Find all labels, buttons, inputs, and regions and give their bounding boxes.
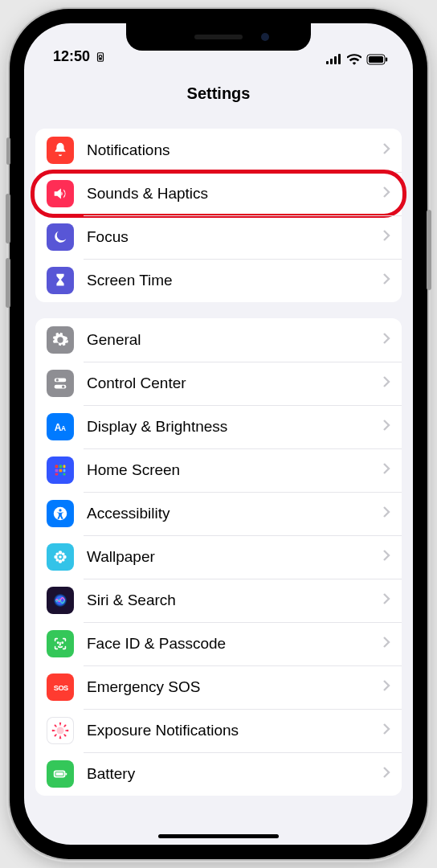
svg-point-31 — [56, 553, 59, 556]
svg-rect-19 — [59, 469, 63, 473]
aa-icon: AA — [47, 413, 74, 440]
cellular-icon — [326, 54, 342, 65]
row-battery[interactable]: Battery — [35, 752, 402, 796]
row-label: Sounds & Haptics — [87, 185, 370, 203]
svg-rect-57 — [65, 773, 67, 776]
power-button[interactable] — [427, 210, 431, 290]
svg-rect-7 — [369, 56, 383, 63]
row-notifications[interactable]: Notifications — [35, 129, 402, 172]
speaker-icon — [47, 180, 74, 207]
svg-point-33 — [56, 559, 59, 562]
row-label: Display & Brightness — [87, 418, 370, 436]
svg-rect-15 — [55, 465, 59, 469]
svg-rect-3 — [330, 59, 333, 64]
chevron-right-icon — [382, 766, 390, 782]
row-label: Siri & Search — [87, 592, 370, 609]
chevron-right-icon — [382, 462, 390, 478]
svg-rect-8 — [386, 58, 387, 62]
grid-icon — [47, 457, 74, 484]
svg-rect-5 — [338, 54, 341, 64]
row-screen-time[interactable]: Screen Time — [35, 259, 402, 302]
mute-switch[interactable] — [6, 137, 10, 165]
bell-icon — [47, 137, 74, 164]
svg-rect-22 — [59, 473, 63, 476]
svg-rect-20 — [63, 469, 66, 473]
row-label: Control Center — [87, 375, 370, 392]
row-label: Wallpaper — [87, 548, 370, 566]
svg-rect-17 — [63, 465, 66, 469]
row-label: Notifications — [87, 141, 370, 159]
battery-status-icon — [366, 54, 389, 65]
page-title: Settings — [24, 65, 413, 113]
chevron-right-icon — [382, 142, 390, 158]
chevron-right-icon — [382, 229, 390, 245]
row-face-id-passcode[interactable]: Face ID & Passcode — [35, 622, 402, 665]
chevron-right-icon — [382, 186, 390, 202]
row-siri-search[interactable]: Siri & Search — [35, 579, 402, 622]
svg-rect-0 — [98, 52, 104, 61]
svg-point-27 — [59, 551, 62, 554]
chevron-right-icon — [382, 332, 390, 348]
svg-point-10 — [56, 379, 59, 381]
svg-point-37 — [62, 642, 63, 643]
wifi-icon — [347, 54, 361, 65]
battery-icon — [47, 760, 74, 788]
svg-point-52 — [54, 724, 55, 726]
row-label: Focus — [87, 228, 370, 246]
notch — [126, 23, 311, 51]
chevron-right-icon — [382, 723, 390, 739]
volume-down-button[interactable] — [6, 258, 10, 308]
volume-up-button[interactable] — [6, 194, 10, 244]
row-sounds-haptics[interactable]: Sounds & Haptics — [35, 172, 402, 215]
svg-rect-18 — [55, 469, 59, 473]
status-time: 12:50 — [53, 48, 90, 65]
row-label: Exposure Notifications — [87, 722, 370, 739]
face-icon — [47, 630, 74, 657]
row-accessibility[interactable]: Accessibility — [35, 492, 402, 535]
svg-point-39 — [56, 727, 63, 734]
svg-rect-2 — [326, 61, 329, 64]
svg-point-12 — [62, 385, 64, 387]
svg-rect-58 — [56, 772, 63, 776]
chevron-right-icon — [382, 272, 390, 289]
screen: 12:50 Settings — [24, 23, 413, 845]
person-icon — [47, 500, 74, 527]
svg-rect-1 — [99, 57, 102, 59]
chevron-right-icon — [382, 679, 390, 695]
hourglass-icon — [47, 267, 74, 294]
svg-point-29 — [54, 555, 57, 559]
svg-point-34 — [62, 559, 65, 562]
svg-point-30 — [63, 555, 66, 559]
home-indicator[interactable] — [158, 834, 279, 838]
svg-point-48 — [59, 723, 61, 724]
row-general[interactable]: General — [35, 318, 402, 362]
row-focus[interactable]: Focus — [35, 215, 402, 259]
svg-point-55 — [64, 735, 66, 736]
siri-icon — [47, 587, 74, 614]
settings-group-2: General Control Center AA Display & Brig… — [35, 318, 402, 796]
chevron-right-icon — [382, 506, 390, 522]
svg-rect-23 — [63, 473, 66, 476]
sos-icon: SOS — [47, 674, 74, 701]
flower-icon — [47, 543, 74, 571]
row-display-brightness[interactable]: AA Display & Brightness — [35, 405, 402, 448]
settings-group-1: Notifications Sounds & Haptics Focus — [35, 129, 402, 302]
row-emergency-sos[interactable]: SOS Emergency SOS — [35, 665, 402, 709]
row-wallpaper[interactable]: Wallpaper — [35, 535, 402, 579]
orientation-lock-icon — [95, 51, 106, 63]
chevron-right-icon — [382, 592, 390, 608]
row-control-center[interactable]: Control Center — [35, 362, 402, 405]
row-label: Screen Time — [87, 272, 370, 289]
row-home-screen[interactable]: Home Screen — [35, 448, 402, 492]
svg-rect-4 — [334, 56, 337, 64]
gear-icon — [47, 326, 74, 354]
row-label: Accessibility — [87, 505, 370, 522]
row-exposure-notifications[interactable]: Exposure Notifications — [35, 709, 402, 752]
svg-point-49 — [59, 737, 61, 739]
phone-frame: 12:50 Settings — [10, 9, 427, 859]
svg-point-25 — [59, 509, 61, 511]
settings-scroll[interactable]: Notifications Sounds & Haptics Focus — [24, 113, 413, 844]
row-label: Battery — [87, 765, 370, 783]
row-label: Emergency SOS — [87, 678, 370, 696]
chevron-right-icon — [382, 549, 390, 565]
